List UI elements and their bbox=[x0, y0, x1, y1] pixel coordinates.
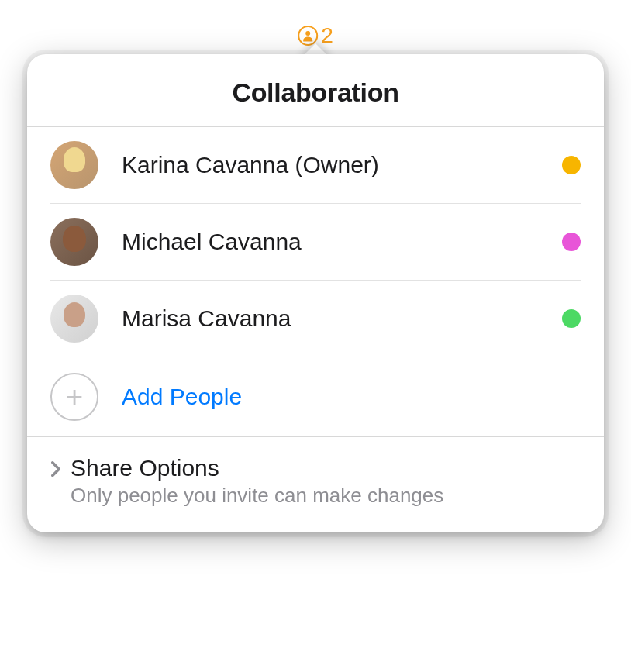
chevron-right-icon bbox=[50, 460, 61, 481]
share-options-subtitle: Only people you invite can make changes bbox=[71, 484, 443, 508]
avatar bbox=[50, 218, 98, 266]
participant-list: Karina Cavanna (Owner) Michael Cavanna M… bbox=[27, 127, 604, 357]
add-people-button[interactable]: + Add People bbox=[27, 357, 604, 437]
avatar bbox=[50, 295, 98, 343]
plus-circle-icon: + bbox=[50, 373, 98, 421]
participant-row[interactable]: Marisa Cavanna bbox=[50, 281, 581, 357]
participant-name: Marisa Cavanna bbox=[122, 305, 562, 332]
status-dot bbox=[562, 156, 581, 174]
participant-row[interactable]: Karina Cavanna (Owner) bbox=[50, 127, 581, 204]
add-people-label: Add People bbox=[122, 384, 242, 410]
collaboration-popover: Collaboration Karina Cavanna (Owner) Mic… bbox=[27, 54, 604, 532]
avatar bbox=[50, 141, 98, 189]
popover-header: Collaboration bbox=[27, 54, 604, 127]
participant-name: Karina Cavanna (Owner) bbox=[122, 152, 562, 178]
status-dot bbox=[562, 233, 581, 251]
share-options-button[interactable]: Share Options Only people you invite can… bbox=[27, 437, 604, 532]
svg-point-0 bbox=[305, 31, 310, 36]
status-dot bbox=[562, 309, 581, 328]
popover-title: Collaboration bbox=[27, 78, 604, 108]
share-options-title: Share Options bbox=[71, 454, 443, 482]
participant-row[interactable]: Michael Cavanna bbox=[50, 204, 581, 281]
participant-name: Michael Cavanna bbox=[122, 229, 562, 255]
